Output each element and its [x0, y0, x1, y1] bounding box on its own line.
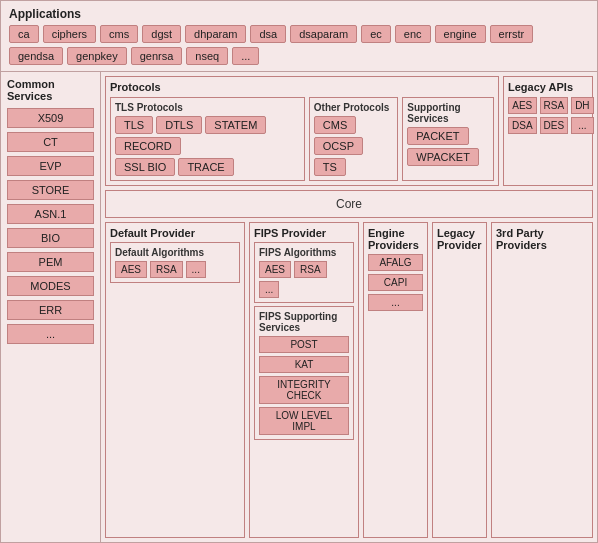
fips-post: POST: [259, 336, 349, 353]
protocols-title: Protocols: [110, 81, 494, 93]
engine-providers-title: Engine Providers: [368, 227, 423, 251]
def-rsa: RSA: [150, 261, 183, 278]
app-tag: ec: [361, 25, 391, 43]
legacy-provider-title: Legacy Provider: [437, 227, 482, 251]
top-row: Protocols TLS Protocols TLS DTLS STATEM …: [105, 76, 593, 186]
legacy-dh: DH: [571, 97, 593, 114]
fips-integrity-check: INTEGRITY CHECK: [259, 376, 349, 404]
app-tag: dhparam: [185, 25, 246, 43]
tls-row1: TLS DTLS STATEM RECORD: [115, 116, 300, 155]
app-tag: ciphers: [43, 25, 96, 43]
dtls-tag: DTLS: [156, 116, 202, 134]
providers-row: Default Provider Default Algorithms AES …: [105, 222, 593, 538]
protocols-inner: TLS Protocols TLS DTLS STATEM RECORD SSL…: [110, 97, 494, 181]
protocols-section: Protocols TLS Protocols TLS DTLS STATEM …: [105, 76, 499, 186]
other-protocols-title: Other Protocols: [314, 102, 394, 113]
tls-protocols-box: TLS Protocols TLS DTLS STATEM RECORD SSL…: [110, 97, 305, 181]
applications-title: Applications: [9, 7, 589, 21]
app-tag: dgst: [142, 25, 181, 43]
trace-tag: TRACE: [178, 158, 233, 176]
record-tag: RECORD: [115, 137, 181, 155]
app-tag: errstr: [490, 25, 534, 43]
fips-provider-title: FIPS Provider: [254, 227, 354, 239]
cms-tag: CMS: [314, 116, 356, 134]
fips-alg-title: FIPS Algorithms: [259, 247, 349, 258]
common-service-item: X509: [7, 108, 94, 128]
app-tag: engine: [435, 25, 486, 43]
other-protocols-box: Other Protocols CMS OCSP TS: [309, 97, 399, 181]
common-services-title: Common Services: [7, 78, 94, 102]
other-tags: CMS OCSP: [314, 116, 394, 155]
tls-tag: TLS: [115, 116, 153, 134]
legacy-provider: Legacy Provider: [432, 222, 487, 538]
legacy-rsa: RSA: [540, 97, 569, 114]
fips-aes: AES: [259, 261, 291, 278]
third-party-title: 3rd Party Providers: [496, 227, 588, 251]
common-service-item: MODES: [7, 276, 94, 296]
common-service-item: ERR: [7, 300, 94, 320]
packet-tag: PACKET: [407, 127, 468, 145]
common-service-item: PEM: [7, 252, 94, 272]
fips-sup-inner: POST KAT INTEGRITY CHECK LOW LEVEL IMPL: [259, 336, 349, 435]
legacy-dsa: DSA: [508, 117, 537, 134]
common-service-item: BIO: [7, 228, 94, 248]
legacy-aes: AES: [508, 97, 537, 114]
fips-low-level: LOW LEVEL IMPL: [259, 407, 349, 435]
tls-title: TLS Protocols: [115, 102, 300, 113]
tls-row2: SSL BIO TRACE: [115, 158, 300, 176]
legacy-apis-section: Legacy APIs AES RSA DH DSA DES ...: [503, 76, 593, 186]
fips-kat: KAT: [259, 356, 349, 373]
fips-more: ...: [259, 281, 279, 298]
legacy-des: DES: [540, 117, 569, 134]
legacy-grid: AES RSA DH DSA DES ...: [508, 97, 588, 134]
default-algorithms-box: Default Algorithms AES RSA ...: [110, 242, 240, 283]
common-service-item: EVP: [7, 156, 94, 176]
app-tag: gendsa: [9, 47, 63, 65]
legacy-apis-title: Legacy APIs: [508, 81, 588, 93]
ts-tag-row: TS: [314, 158, 394, 176]
fips-alg-tags: AES RSA ...: [259, 261, 349, 298]
fips-rsa: RSA: [294, 261, 327, 278]
app-tag: nseq: [186, 47, 228, 65]
supporting-title: Supporting Services: [407, 102, 489, 124]
statem-tag: STATEM: [205, 116, 266, 134]
default-provider: Default Provider Default Algorithms AES …: [105, 222, 245, 538]
fips-supporting-box: FIPS Supporting Services POST KAT INTEGR…: [254, 306, 354, 440]
engine-capi: CAPI: [368, 274, 423, 291]
main-content: Common Services X509CTEVPSTOREASN.1BIOPE…: [1, 72, 597, 542]
common-service-item: ...: [7, 324, 94, 344]
fips-sup-title: FIPS Supporting Services: [259, 311, 349, 333]
fips-algorithms-box: FIPS Algorithms AES RSA ...: [254, 242, 354, 303]
default-provider-title: Default Provider: [110, 227, 240, 239]
engine-providers: Engine Providers AFALG CAPI ...: [363, 222, 428, 538]
app-tag: enc: [395, 25, 431, 43]
engine-inner: AFALG CAPI ...: [368, 254, 423, 311]
default-alg-tags: AES RSA ...: [115, 261, 235, 278]
ts-tag: TS: [314, 158, 346, 176]
ssl-bio-tag: SSL BIO: [115, 158, 175, 176]
engine-afalg: AFALG: [368, 254, 423, 271]
common-service-item: STORE: [7, 180, 94, 200]
engine-more: ...: [368, 294, 423, 311]
common-service-item: CT: [7, 132, 94, 152]
legacy-more: ...: [571, 117, 593, 134]
wpacket-tag-row: WPACKET: [407, 148, 489, 166]
def-aes: AES: [115, 261, 147, 278]
app-tag: genpkey: [67, 47, 127, 65]
supporting-services-box: Supporting Services PACKET WPACKET: [402, 97, 494, 181]
app-tag: genrsa: [131, 47, 183, 65]
app-tags: cacipherscmsdgstdhparamdsadsaparamecence…: [9, 25, 589, 65]
applications-section: Applications cacipherscmsdgstdhparamdsad…: [1, 1, 597, 72]
app-tag: ca: [9, 25, 39, 43]
wpacket-tag: WPACKET: [407, 148, 479, 166]
ocsp-tag: OCSP: [314, 137, 363, 155]
third-party-providers: 3rd Party Providers: [491, 222, 593, 538]
def-more: ...: [186, 261, 206, 278]
app-container: Applications cacipherscmsdgstdhparamdsad…: [0, 0, 598, 543]
app-tag: cms: [100, 25, 138, 43]
default-alg-title: Default Algorithms: [115, 247, 235, 258]
packet-tag-row: PACKET: [407, 127, 489, 145]
fips-provider: FIPS Provider FIPS Algorithms AES RSA ..…: [249, 222, 359, 538]
app-tag: dsaparam: [290, 25, 357, 43]
common-services-panel: Common Services X509CTEVPSTOREASN.1BIOPE…: [1, 72, 101, 542]
